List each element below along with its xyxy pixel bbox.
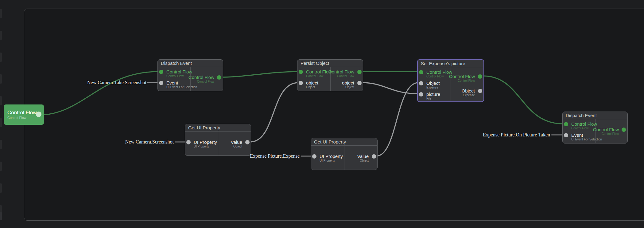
wire-start-to-dispatch1[interactable] — [40, 72, 159, 115]
wire-persist-object-to-setpicture-picture[interactable] — [362, 83, 418, 94]
port-label: Control Flow — [449, 74, 475, 79]
port-control-flow-in[interactable] — [299, 70, 303, 74]
port-type: Expense — [462, 93, 475, 97]
port-object-out[interactable] — [478, 89, 482, 93]
port-control-flow-in[interactable] — [564, 122, 568, 126]
property-reference-label: Expense Picture.Expense — [220, 153, 300, 159]
port-type: UI Event For Selection — [166, 85, 197, 89]
port-type: Control Flow — [328, 74, 354, 78]
port-control-flow-out[interactable] — [357, 70, 362, 74]
port-label: Control Flow — [571, 122, 597, 127]
port-control-flow-out[interactable] — [217, 75, 221, 80]
node-title: Get UI Property — [185, 124, 251, 132]
port-control-flow-out[interactable] — [622, 128, 626, 132]
property-reference-label: New Camera.Screenshot — [94, 139, 174, 145]
port-label: picture — [426, 92, 440, 97]
port-type: Object — [231, 145, 242, 148]
port-value-out[interactable] — [245, 140, 250, 144]
port-control-flow-in[interactable] — [419, 70, 423, 74]
port-type: Control Flow — [188, 80, 214, 84]
node-dispatch-event-2[interactable]: Dispatch Event Control Flow Control Flow… — [562, 112, 628, 143]
node-title: Persist Object — [297, 60, 363, 67]
wire-layer — [0, 0, 644, 228]
port-type: Control Flow — [593, 132, 619, 136]
event-reference-label: New Camera.Take Screenshot — [67, 80, 146, 86]
port-type: Object — [357, 159, 369, 163]
port-type: UI Property — [320, 159, 343, 163]
node-title: Get UI Property — [311, 138, 377, 146]
wire-getuiprop1-value-to-persist-object[interactable] — [250, 83, 298, 142]
port-label: UI Property — [320, 154, 343, 159]
wire-dispatch1-to-persist[interactable] — [222, 72, 298, 77]
port-label: Control Flow — [593, 127, 619, 132]
port-label: Object — [426, 81, 440, 86]
port-control-flow-in[interactable] — [159, 70, 163, 74]
port-type: Control Flow — [426, 75, 452, 78]
port-type: Object — [306, 85, 318, 89]
port-control-flow-out[interactable] — [478, 74, 482, 79]
port-label: Control Flow — [188, 75, 214, 80]
node-title: Dispatch Event — [563, 112, 627, 119]
port-type: File — [426, 97, 440, 100]
port-label: Control Flow — [328, 69, 354, 74]
port-object-in[interactable] — [419, 81, 423, 85]
port-value-out[interactable] — [372, 154, 376, 159]
port-type: Expense — [426, 86, 440, 89]
port-label: Value — [231, 140, 242, 145]
node-get-ui-property-2[interactable]: Get UI Property UI Property UI Property … — [311, 138, 378, 170]
port-label: Control Flow — [166, 69, 192, 74]
port-label: object — [342, 81, 354, 85]
port-object-in[interactable] — [299, 81, 303, 85]
port-label: UI Property — [194, 140, 217, 145]
port-object-out[interactable] — [357, 81, 362, 85]
node-get-ui-property-1[interactable]: Get UI Property UI Property UI Property … — [185, 124, 251, 156]
port-picture-in[interactable] — [419, 92, 423, 96]
port-label: Control Flow — [426, 70, 452, 75]
port-type: Control Flow — [306, 74, 332, 78]
flow-editor: Control Flow Control Flow Dispatch Event… — [0, 0, 644, 228]
port-label: Object — [462, 88, 475, 93]
node-title: Dispatch Event — [158, 60, 223, 67]
node-title: Set Expense's picture — [418, 60, 483, 67]
port-event-in[interactable] — [159, 81, 163, 85]
wire-setpicture-to-dispatch2[interactable] — [483, 76, 564, 124]
port-control-flow-out[interactable] — [36, 112, 41, 117]
port-label: object — [306, 81, 318, 85]
port-ui-property-in[interactable] — [186, 140, 191, 144]
port-type: Control Flow — [449, 79, 475, 83]
port-type: UI Property — [194, 145, 217, 148]
node-set-expense-picture[interactable]: Set Expense's picture Control Flow Contr… — [417, 59, 484, 102]
port-label: Control Flow — [306, 69, 332, 74]
event-reference-label: Expense Picture.On Picture Taken — [464, 132, 550, 138]
node-control-flow-start[interactable]: Control Flow Control Flow — [4, 104, 44, 125]
port-type: UI Event For Selection — [571, 138, 602, 141]
port-type: Object — [342, 85, 354, 89]
port-label: Value — [357, 154, 369, 159]
node-persist-object[interactable]: Persist Object Control Flow Control Flow… — [297, 59, 363, 91]
port-ui-property-in[interactable] — [312, 154, 316, 159]
port-event-in[interactable] — [564, 133, 568, 137]
node-dispatch-event-1[interactable]: Dispatch Event Control Flow Control Flow… — [157, 59, 223, 91]
